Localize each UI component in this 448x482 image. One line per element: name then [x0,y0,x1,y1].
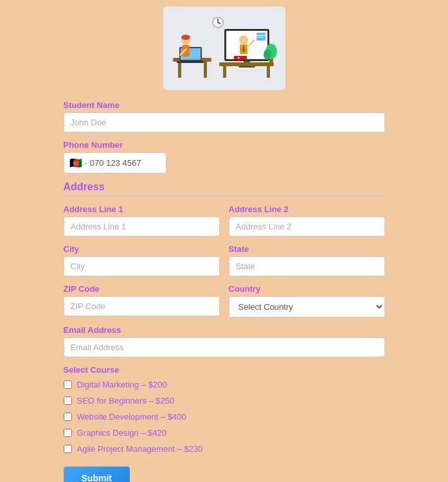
phone-input[interactable] [90,158,161,168]
address-line1-input[interactable] [64,217,220,237]
course-checkbox-digital-marketing[interactable] [64,380,72,389]
submit-button[interactable]: Submit [64,467,130,482]
course-checkbox-agile[interactable] [64,445,72,453]
svg-point-13 [239,35,248,44]
email-input[interactable] [64,337,385,357]
svg-rect-22 [219,62,274,66]
address-line2-group: Address Line 2 [229,204,385,237]
city-input[interactable] [64,256,220,276]
address-lines-row: Address Line 1 Address Line 2 [64,204,385,237]
course-checkbox-graphics[interactable] [64,429,72,437]
state-input[interactable] [229,256,385,276]
email-group: Email Address [64,325,385,357]
form-container: Student Name Phone Number 🇦🇫 - Address A… [64,6,385,482]
city-label: City [64,244,220,254]
country-group: Country Select Country United States Uni… [229,284,385,317]
student-name-input[interactable] [64,112,385,132]
course-label-agile: Agile Project Management – $230 [77,444,203,454]
course-checkbox-webdev[interactable] [64,413,72,421]
course-label-graphics: Graphics Design – $420 [77,428,166,438]
svg-rect-24 [267,66,270,78]
course-item-agile: Agile Project Management – $230 [64,444,385,454]
course-label-seo: SEO for Beginners – $250 [77,396,175,406]
state-group: State [229,244,385,276]
course-item-digital-marketing: Digital Marketing – $200 [64,380,385,389]
phone-number-group: Phone Number 🇦🇫 - [64,140,385,174]
state-label: State [229,244,385,254]
course-item-graphics: Graphics Design – $420 [64,428,385,438]
svg-point-8 [181,35,190,40]
address-line2-label: Address Line 2 [229,204,385,214]
city-state-row: City State [64,244,385,276]
svg-point-27 [264,49,271,60]
student-name-group: Student Name [64,100,385,132]
zip-country-row: ZIP Code Country Select Country United S… [64,284,385,317]
svg-rect-16 [256,33,265,40]
email-label: Email Address [64,325,385,335]
address-line1-group: Address Line 1 [64,204,220,237]
phone-flag-icon: 🇦🇫 [69,157,82,169]
course-label-webdev: Website Development – $400 [77,412,186,422]
address-line2-input[interactable] [229,217,385,237]
phone-number-label: Phone Number [64,140,385,150]
course-label-digital-marketing: Digital Marketing – $200 [77,380,167,389]
phone-separator: - [85,158,87,168]
student-name-label: Student Name [64,100,385,110]
city-group: City [64,244,220,276]
course-item-webdev: Website Development – $400 [64,412,385,422]
svg-rect-6 [177,61,204,63]
zip-input[interactable] [64,296,220,316]
address-section-title: Address [64,181,385,197]
svg-rect-23 [223,66,226,78]
address-line1-label: Address Line 1 [64,204,220,214]
illustration [163,6,285,90]
phone-wrapper: 🇦🇫 - [64,152,166,174]
svg-rect-2 [178,62,181,78]
svg-rect-3 [204,62,207,78]
country-select[interactable]: Select Country United States United King… [229,296,385,317]
zip-label: ZIP Code [64,284,220,294]
zip-group: ZIP Code [64,284,220,317]
course-item-seo: SEO for Beginners – $250 [64,396,385,406]
country-label: Country [229,284,385,294]
course-checkbox-seo[interactable] [64,397,72,405]
select-course-title: Select Course [64,365,385,375]
